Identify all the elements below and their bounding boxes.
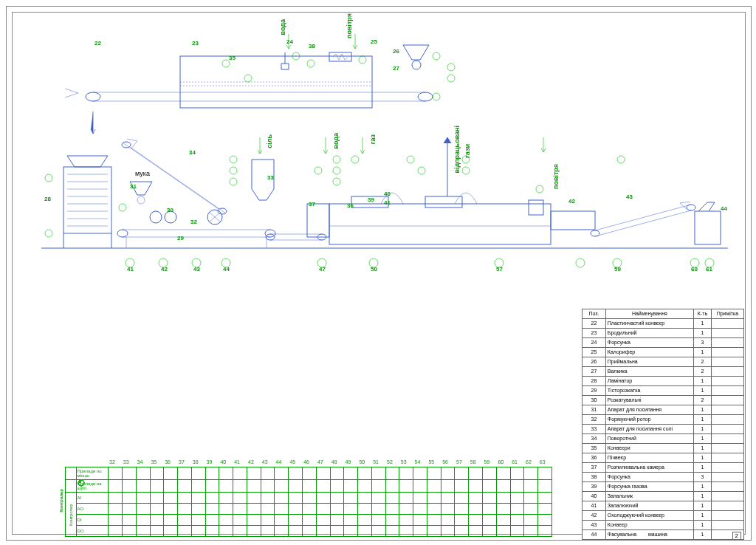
svg-point-24 — [117, 230, 128, 237]
svg-point-84 — [418, 167, 425, 174]
bom-row: 29Тісторозкатка1 — [583, 386, 744, 396]
eq-38: 38 — [309, 43, 315, 49]
lbl-sil: сіль — [266, 134, 273, 148]
svg-line-49 — [595, 205, 691, 230]
svg-rect-42 — [425, 196, 462, 208]
io-col: 49 — [346, 459, 351, 465]
io-col: 55 — [428, 459, 434, 465]
eq-41: 41 — [384, 199, 391, 206]
lbl-povitrya1: повітря — [346, 13, 353, 38]
svg-point-69 — [447, 64, 455, 71]
io-col: 62 — [526, 459, 532, 465]
in-63: 61 — [706, 266, 712, 272]
lbl-gazy: гази — [464, 144, 471, 158]
svg-point-71 — [433, 93, 440, 100]
io-col: 46 — [303, 459, 309, 465]
io-col: 52 — [387, 459, 393, 465]
eq-23: 23 — [192, 40, 199, 47]
eq-34: 34 — [189, 149, 196, 156]
io-col: 58 — [470, 459, 476, 465]
io-row: AO — [66, 504, 552, 515]
eq-24: 24 — [286, 38, 293, 45]
bom-row: 27Валкика2 — [583, 367, 744, 377]
svg-rect-51 — [695, 211, 721, 244]
svg-line-34 — [130, 147, 226, 213]
svg-rect-45 — [551, 211, 595, 230]
io-col: 43 — [262, 459, 268, 465]
svg-point-86 — [462, 167, 470, 174]
io-row: DO — [66, 526, 552, 537]
bom-row: 28Ламінатор1 — [583, 377, 744, 386]
bom-row: 24Форсунка3 — [583, 338, 744, 348]
bom-row: 43Конвеєр1 — [583, 521, 744, 530]
svg-point-76 — [230, 167, 237, 174]
in-62: 60 — [691, 266, 698, 272]
eq-43: 43 — [626, 193, 633, 200]
io-row: Прилади по місцю — [66, 467, 552, 480]
lbl-muka: мука — [135, 170, 150, 177]
eq-25: 25 — [371, 38, 377, 45]
io-col: 53 — [401, 459, 407, 465]
svg-point-87 — [536, 185, 543, 193]
lbl-mashyna: машина — [648, 532, 667, 537]
bom-row: 34Поворотний1 — [583, 434, 744, 444]
io-col: 34 — [137, 459, 143, 465]
io-col: 38 — [193, 459, 199, 465]
svg-point-25 — [265, 230, 275, 237]
in-43: 42 — [161, 266, 168, 272]
bom-row: 31Апарат для посипання1 — [583, 405, 744, 415]
svg-point-1 — [86, 92, 100, 101]
eq-30: 30 — [167, 207, 173, 213]
eq-22: 22 — [94, 40, 101, 47]
svg-point-82 — [351, 156, 359, 163]
in-48: 47 — [319, 266, 326, 272]
lbl-voda2: вода — [332, 133, 340, 149]
svg-point-59 — [576, 258, 585, 267]
bom-row: 32Формуючий ротор1 — [583, 415, 744, 425]
bom-row: 38Форсунка3 — [583, 473, 744, 482]
lbl-gaz: газ — [369, 134, 377, 144]
bom-row: 35Конвеєри1 — [583, 444, 744, 453]
io-col: 51 — [373, 459, 379, 465]
io-col: 42 — [248, 459, 254, 465]
svg-point-22 — [150, 211, 162, 223]
eq-44: 44 — [721, 205, 727, 212]
in-42: 41 — [127, 266, 134, 272]
io-col: 41 — [234, 459, 240, 465]
eq-32: 32 — [190, 219, 197, 225]
io-row: КонтролерAI — [66, 493, 552, 504]
io-col: 36 — [165, 459, 171, 465]
io-col: 32 — [109, 459, 115, 465]
svg-point-64 — [244, 75, 252, 82]
in-59: 57 — [496, 266, 503, 272]
eq-33: 33 — [267, 174, 274, 181]
eq-36: 36 — [347, 202, 354, 209]
svg-point-70 — [447, 75, 455, 82]
svg-point-88 — [617, 156, 625, 163]
in-61: 59 — [614, 266, 621, 272]
in-45: 44 — [223, 266, 230, 272]
bom-table: Поз.НайменуванняК-тьПримітка 22Пластинча… — [582, 309, 744, 540]
io-col: 44 — [276, 459, 282, 465]
svg-point-67 — [359, 56, 366, 64]
bom-row: 41Запалюючий1 — [583, 501, 744, 511]
svg-point-32 — [122, 142, 131, 148]
svg-point-80 — [333, 167, 340, 174]
bom-row: 42Охолоджуючий конвеєр1 — [583, 511, 744, 521]
io-col: 45 — [289, 459, 295, 465]
svg-rect-40 — [329, 204, 551, 244]
lbl-vidpr: відпрацьовані — [453, 126, 461, 174]
eq-40: 40 — [384, 191, 391, 197]
bom-row: 36Пічвеєр1 — [583, 453, 744, 463]
svg-point-74 — [119, 204, 126, 211]
io-col: 39 — [207, 459, 213, 465]
io-col: 60 — [498, 459, 504, 465]
svg-point-73 — [45, 230, 52, 237]
eq-42: 42 — [568, 198, 575, 205]
svg-rect-46 — [529, 200, 543, 215]
in-44: 43 — [193, 266, 200, 272]
svg-point-83 — [407, 156, 414, 163]
svg-point-81 — [333, 178, 340, 185]
eq-39: 39 — [368, 196, 374, 203]
bom-row: 23Бродильний1 — [583, 329, 744, 338]
